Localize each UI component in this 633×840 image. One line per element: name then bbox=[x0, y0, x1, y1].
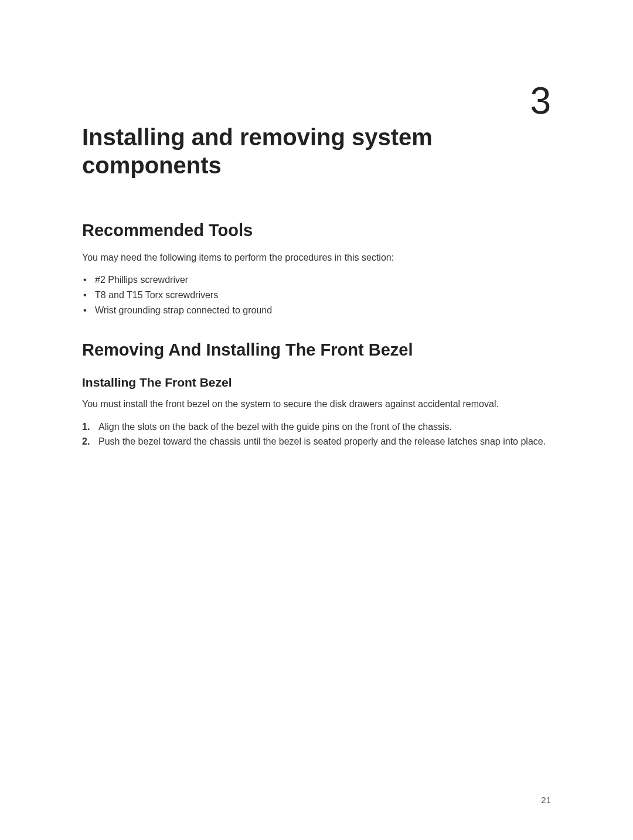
subsection-heading-install-bezel: Installing The Front Bezel bbox=[82, 375, 551, 390]
page-title: Installing and removing system component… bbox=[82, 123, 551, 179]
chapter-number: 3 bbox=[530, 82, 551, 119]
tools-list: #2 Phillips screwdriver T8 and T15 Torx … bbox=[82, 273, 551, 317]
install-bezel-steps: 1.Align the slots on the back of the bez… bbox=[82, 420, 551, 448]
step-number: 2. bbox=[82, 435, 90, 448]
page-content: 3 Installing and removing system compone… bbox=[0, 0, 633, 840]
list-item: 1.Align the slots on the back of the bez… bbox=[82, 420, 551, 433]
install-bezel-intro-text: You must install the front bezel on the … bbox=[82, 398, 551, 411]
list-item: 2.Push the bezel toward the chassis unti… bbox=[82, 435, 551, 448]
tools-intro-text: You may need the following items to perf… bbox=[82, 251, 551, 264]
step-number: 1. bbox=[82, 420, 90, 433]
section-heading-tools: Recommended Tools bbox=[82, 220, 551, 241]
page-number: 21 bbox=[541, 795, 551, 805]
list-item: T8 and T15 Torx screwdrivers bbox=[82, 288, 551, 302]
section-heading-bezel: Removing And Installing The Front Bezel bbox=[82, 340, 551, 360]
step-text: Push the bezel toward the chassis until … bbox=[98, 436, 546, 446]
list-item: Wrist grounding strap connected to groun… bbox=[82, 303, 551, 317]
step-text: Align the slots on the back of the bezel… bbox=[98, 422, 452, 432]
list-item: #2 Phillips screwdriver bbox=[82, 273, 551, 287]
